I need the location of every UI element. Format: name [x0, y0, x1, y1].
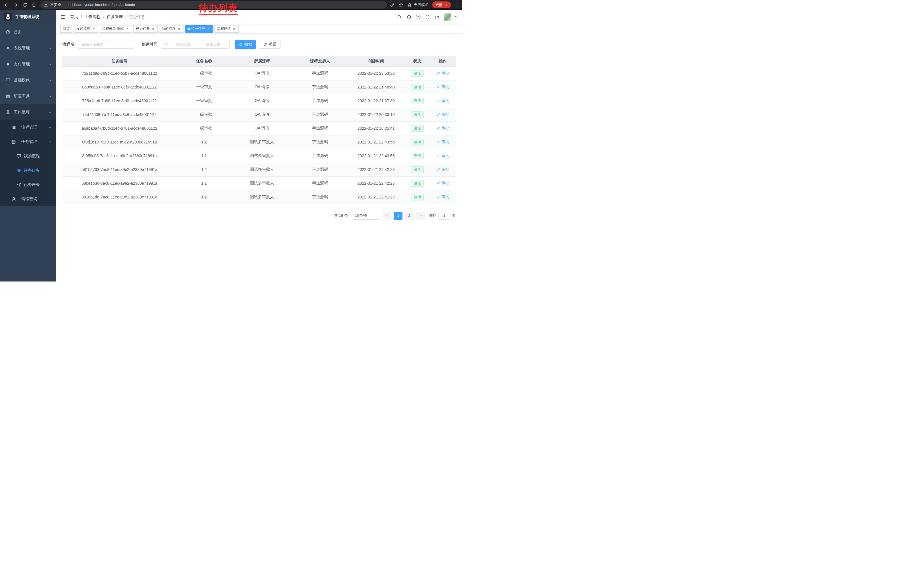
col-initiator: 流程发起人: [292, 56, 348, 66]
approve-link[interactable]: 审批: [436, 71, 449, 76]
breadcrumb-separator: /: [81, 15, 82, 19]
forward-icon[interactable]: [13, 3, 18, 8]
sidebar-item-my-process[interactable]: 我的流程: [0, 149, 56, 163]
table-row: 580e1b3d-7ac8-11ec-a9e2-a2380e71991a 1.1…: [62, 176, 456, 190]
process-cell: OA 请假: [232, 108, 292, 122]
chevron-down-icon: [48, 62, 52, 66]
prev-page-button[interactable]: <: [383, 212, 391, 220]
close-icon[interactable]: ×: [125, 27, 129, 31]
app-frame: 芋道管理系统 首页 系统管理 ¥ 支付管理 基础设施 研发工具: [0, 10, 462, 281]
tab-home[interactable]: 首页: [60, 25, 72, 33]
sidebar-item-system-mgmt[interactable]: 系统管理: [0, 40, 56, 56]
close-icon[interactable]: ×: [177, 27, 181, 31]
initiator-cell: 芋道源码: [292, 190, 348, 204]
process-cell: 测试多审批人: [232, 135, 292, 149]
date-range-picker[interactable]: 开始日期 - 结束日期: [161, 40, 230, 49]
app-logo[interactable]: 芋道管理系统: [0, 10, 56, 24]
task-name-cell: 1.2: [176, 163, 231, 176]
status-badge: 激活: [411, 125, 424, 132]
sidebar-item-leave-query[interactable]: 请假查询: [0, 192, 56, 206]
navbar: 首页 / 工作流程 / 任务管理 / 待办任务 ? TT: [56, 10, 462, 24]
help-icon[interactable]: ?: [416, 15, 420, 19]
tab-todo-tasks[interactable]: 待办任务×: [185, 25, 213, 33]
status-badge: 激活: [411, 194, 424, 200]
page-button-2[interactable]: 2: [405, 212, 414, 220]
close-icon[interactable]: ×: [92, 27, 96, 31]
create-time-cell: 2022-01-22 18:25:41: [348, 122, 405, 135]
approve-link[interactable]: 审批: [436, 153, 449, 158]
chevron-down-icon: [374, 214, 377, 217]
sidebar-item-task-mgmt[interactable]: 任务管理: [0, 135, 56, 149]
task-name-cell: 一级审批: [176, 122, 231, 135]
sidebar-item-todo-tasks[interactable]: 待办任务: [0, 163, 56, 177]
approve-link[interactable]: 审批: [436, 84, 449, 90]
avatar-caret-icon[interactable]: [454, 14, 459, 19]
github-icon[interactable]: [406, 15, 411, 20]
approve-link[interactable]: 审批: [436, 194, 449, 200]
approve-link[interactable]: 审批: [436, 98, 449, 104]
create-time-cell: 2022-01-22 23:53:32: [348, 66, 405, 80]
action-cell: 审批: [430, 122, 456, 135]
tab-my-process[interactable]: 我的流程×: [159, 25, 183, 33]
back-icon[interactable]: [4, 3, 9, 8]
breadcrumb-workflow[interactable]: 工作流程: [84, 14, 100, 20]
sidebar-item-dev-tools[interactable]: 研发工具: [0, 88, 56, 104]
close-icon[interactable]: ×: [151, 27, 155, 31]
action-cell: 审批: [430, 190, 456, 204]
reload-icon[interactable]: [22, 3, 27, 8]
initiator-cell: 芋道源码: [292, 108, 348, 122]
close-icon[interactable]: ×: [206, 27, 210, 31]
font-size-icon[interactable]: TT: [435, 15, 439, 20]
update-button[interactable]: 更新: [432, 2, 451, 8]
home-icon[interactable]: [32, 3, 36, 8]
sidebar-item-home[interactable]: 首页: [0, 24, 56, 40]
create-time-label: 创建时间: [141, 42, 158, 47]
tab-form-edit[interactable]: 流程表单-编辑×: [100, 25, 132, 33]
sidebar-item-workflow[interactable]: 工作流程: [0, 104, 56, 120]
tab-done-tasks[interactable]: 已办任务×: [134, 25, 158, 33]
create-time-cell: 2022-01-22 21:48:48: [348, 80, 405, 94]
status-cell: 激活: [405, 122, 430, 135]
process-cell: 测试多审批人: [232, 163, 292, 176]
page-size-select[interactable]: 10条/页: [352, 212, 380, 220]
main-area: 首页 / 工作流程 / 任务管理 / 待办任务 ? TT 首页 发起流程×: [56, 10, 462, 281]
search-button[interactable]: 搜索: [235, 40, 256, 49]
breadcrumb-home[interactable]: 首页: [70, 14, 78, 20]
tab-start-process[interactable]: 发起流程×: [74, 25, 98, 33]
process-cell: 测试多审批人: [232, 149, 292, 163]
logo-rabbit-icon: [4, 13, 12, 21]
status-cell: 激活: [405, 94, 430, 108]
goto-page-input[interactable]: [438, 212, 450, 220]
browser-menu-icon[interactable]: ⋮: [455, 2, 459, 8]
status-badge: 激活: [411, 70, 424, 77]
page-button-1[interactable]: 1: [394, 212, 402, 220]
address-bar[interactable]: 不安全 dashboard.yudao.iocoder.cn/bpm/task/…: [40, 1, 387, 9]
edit-icon: [436, 168, 440, 171]
sidebar-toggle-button[interactable]: [56, 10, 70, 24]
approve-link[interactable]: 审批: [436, 167, 449, 172]
next-page-button[interactable]: >: [416, 212, 425, 220]
sidebar-item-payment-mgmt[interactable]: ¥ 支付管理: [0, 56, 56, 72]
fullscreen-icon[interactable]: [425, 15, 430, 20]
tab-process-detail[interactable]: 流程详情×: [214, 25, 239, 33]
close-icon[interactable]: ×: [232, 27, 236, 31]
incognito-icon: [407, 3, 412, 7]
col-task-name: 任务名称: [176, 56, 231, 66]
approve-link[interactable]: 审批: [436, 112, 449, 117]
sidebar-item-process-mgmt[interactable]: 流程管理: [0, 120, 56, 135]
breadcrumb-task-mgmt[interactable]: 任务管理: [107, 14, 123, 20]
action-cell: 审批: [430, 94, 456, 108]
approve-link[interactable]: 审批: [436, 140, 449, 145]
search-icon[interactable]: [397, 15, 402, 20]
avatar[interactable]: [444, 13, 452, 21]
sidebar-item-done-tasks[interactable]: 已办任务: [0, 177, 56, 192]
reset-button[interactable]: 重置: [259, 40, 280, 49]
total-count: 共 16 条: [334, 213, 348, 218]
approve-link[interactable]: 审批: [436, 126, 449, 131]
approve-link[interactable]: 审批: [436, 181, 449, 186]
bookmark-star-icon[interactable]: [399, 3, 404, 7]
sidebar-item-infrastructure[interactable]: 基础设施: [0, 72, 56, 88]
table-row: 58154733-7ac8-11ec-a9e2-a2380e71991a 1.2…: [62, 163, 456, 176]
key-icon[interactable]: [390, 3, 395, 7]
process-name-input[interactable]: [78, 40, 134, 49]
